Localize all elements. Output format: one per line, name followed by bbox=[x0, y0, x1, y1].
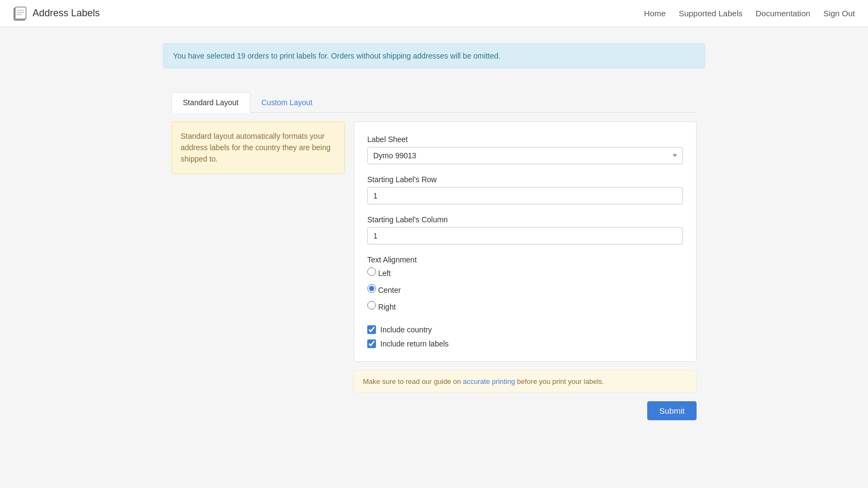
logo-icon bbox=[13, 6, 28, 21]
starting-row-group: Starting Label's Row bbox=[367, 175, 683, 204]
text-alignment-label: Text Alignment bbox=[367, 255, 683, 264]
starting-row-input[interactable] bbox=[367, 187, 683, 204]
include-country-label: Include country bbox=[380, 325, 432, 334]
text-alignment-group: Text Alignment Left Center bbox=[367, 255, 683, 314]
info-banner: You have selected 19 orders to print lab… bbox=[163, 43, 705, 68]
radio-left-label: Left bbox=[378, 269, 391, 278]
radio-right-input[interactable] bbox=[367, 301, 376, 310]
submit-area: Submit bbox=[354, 401, 697, 420]
radio-right-label: Right bbox=[378, 303, 396, 311]
form-panel: Label Sheet Dymo 99013 Avery 5160 Avery … bbox=[354, 121, 697, 362]
accurate-printing-link[interactable]: accurate printing bbox=[463, 377, 515, 386]
radio-left-input[interactable] bbox=[367, 267, 376, 276]
info-box-text: Standard layout automatically formats yo… bbox=[181, 132, 330, 163]
standard-info-box: Standard layout automatically formats yo… bbox=[171, 121, 345, 174]
footer-text-before: Make sure to read our guide on bbox=[363, 377, 463, 386]
starting-column-group: Starting Label's Column bbox=[367, 215, 683, 245]
banner-text: You have selected 19 orders to print lab… bbox=[173, 52, 500, 60]
svg-rect-1 bbox=[15, 7, 26, 19]
radio-right[interactable]: Right bbox=[367, 301, 683, 311]
radio-left[interactable]: Left bbox=[367, 267, 683, 278]
form-footer: Make sure to read our guide on accurate … bbox=[354, 370, 697, 393]
logo-text: Address Labels bbox=[33, 8, 100, 19]
header-nav: Home Supported Labels Documentation Sign… bbox=[644, 9, 855, 18]
form-section: Label Sheet Dymo 99013 Avery 5160 Avery … bbox=[354, 121, 697, 420]
include-return-labels-input[interactable] bbox=[367, 339, 376, 348]
nav-home[interactable]: Home bbox=[644, 9, 666, 18]
nav-sign-out[interactable]: Sign Out bbox=[824, 9, 855, 18]
footer-text-after: before you print your labels. bbox=[515, 377, 604, 386]
include-country-input[interactable] bbox=[367, 325, 376, 334]
nav-supported-labels[interactable]: Supported Labels bbox=[679, 9, 743, 18]
tabs-section: Standard Layout Custom Layout Standard l… bbox=[163, 84, 705, 429]
submit-button[interactable]: Submit bbox=[647, 401, 697, 420]
checkbox-include-country[interactable]: Include country bbox=[367, 325, 683, 334]
radio-center[interactable]: Center bbox=[367, 284, 683, 294]
content-area: Standard layout automatically formats yo… bbox=[163, 113, 705, 429]
checkbox-group: Include country Include return labels bbox=[367, 325, 683, 348]
starting-column-input[interactable] bbox=[367, 227, 683, 245]
include-return-labels-label: Include return labels bbox=[380, 339, 449, 348]
label-sheet-select[interactable]: Dymo 99013 Avery 5160 Avery 5163 Custom bbox=[367, 147, 683, 164]
checkbox-include-return-labels[interactable]: Include return labels bbox=[367, 339, 683, 348]
label-sheet-label: Label Sheet bbox=[367, 135, 683, 144]
main-content: You have selected 19 orders to print lab… bbox=[152, 27, 716, 445]
starting-column-label: Starting Label's Column bbox=[367, 215, 683, 224]
header: Address Labels Home Supported Labels Doc… bbox=[0, 0, 868, 27]
radio-center-label: Center bbox=[378, 286, 401, 294]
label-sheet-group: Label Sheet Dymo 99013 Avery 5160 Avery … bbox=[367, 135, 683, 164]
radio-center-input[interactable] bbox=[367, 284, 376, 293]
radio-group: Left Center Right bbox=[367, 267, 683, 314]
tab-custom[interactable]: Custom Layout bbox=[250, 92, 324, 112]
tab-bar: Standard Layout Custom Layout bbox=[163, 84, 705, 113]
starting-row-label: Starting Label's Row bbox=[367, 175, 683, 184]
nav-documentation[interactable]: Documentation bbox=[756, 9, 810, 18]
tabs: Standard Layout Custom Layout bbox=[171, 92, 697, 113]
tab-standard[interactable]: Standard Layout bbox=[171, 92, 250, 113]
logo: Address Labels bbox=[13, 6, 100, 21]
